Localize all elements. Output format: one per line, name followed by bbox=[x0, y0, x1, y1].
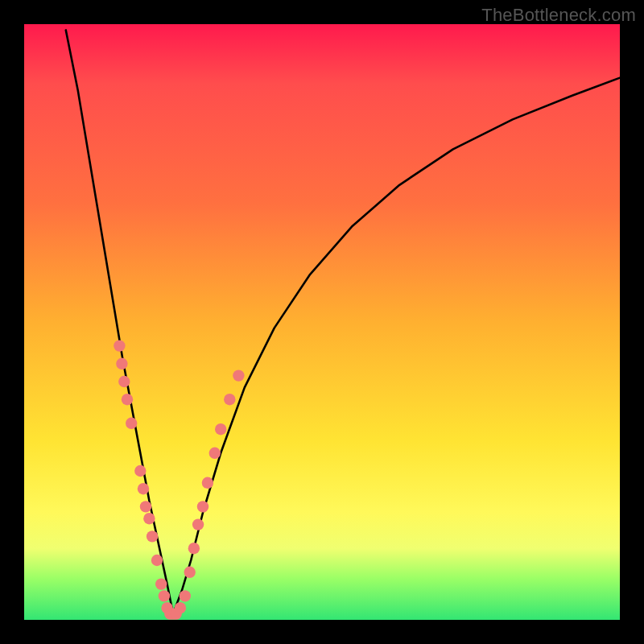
curve-left-branch bbox=[66, 30, 173, 613]
scatter-dot bbox=[151, 555, 163, 566]
scatter-dot bbox=[188, 543, 200, 554]
scatter-dot bbox=[143, 513, 155, 524]
scatter-dot bbox=[202, 477, 213, 489]
scatter-dot bbox=[140, 501, 151, 512]
scatter-dot bbox=[122, 394, 133, 405]
scatter-dot bbox=[197, 501, 208, 512]
curve-layer bbox=[66, 30, 620, 613]
scatter-dot bbox=[134, 465, 146, 477]
scatter-dot bbox=[159, 590, 170, 601]
curve-right-branch bbox=[173, 78, 620, 614]
chart-frame: TheBottleneck.com bbox=[0, 0, 644, 644]
scatter-dot bbox=[155, 578, 167, 589]
scatter-dot bbox=[147, 530, 158, 542]
scatter-dot bbox=[114, 340, 125, 351]
dots-layer bbox=[114, 340, 244, 619]
scatter-dot bbox=[138, 483, 149, 494]
plot-area bbox=[24, 24, 620, 620]
scatter-dot bbox=[175, 602, 186, 613]
scatter-dot bbox=[233, 369, 244, 381]
scatter-dot bbox=[118, 376, 130, 387]
scatter-dot bbox=[116, 358, 127, 369]
scatter-dot bbox=[184, 567, 196, 578]
scatter-dot bbox=[215, 423, 226, 435]
scatter-dot bbox=[126, 418, 137, 429]
scatter-dot bbox=[209, 448, 221, 459]
chart-svg bbox=[24, 24, 620, 620]
scatter-dot bbox=[192, 518, 204, 530]
scatter-dot bbox=[224, 394, 235, 405]
scatter-dot bbox=[180, 590, 191, 601]
watermark-text: TheBottleneck.com bbox=[481, 5, 636, 26]
